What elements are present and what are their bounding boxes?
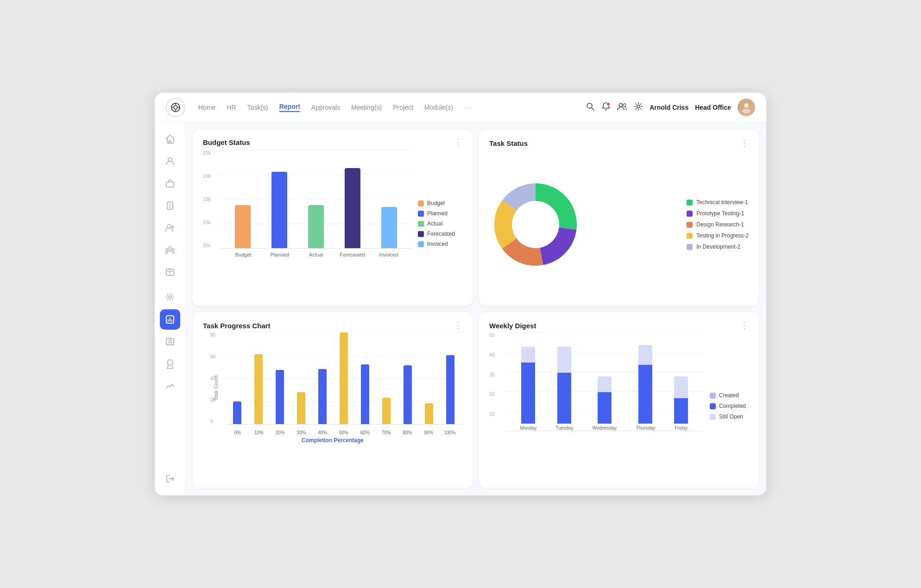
sidebar-item-analytics[interactable] <box>160 376 180 396</box>
settings-icon[interactable] <box>634 102 643 113</box>
sidebar-item-home[interactable] <box>160 129 180 149</box>
svg-point-34 <box>169 340 171 343</box>
sidebar-item-user[interactable] <box>160 151 180 171</box>
avatar[interactable] <box>738 99 755 116</box>
task-progress-x-label: Completion Percentage <box>203 437 462 444</box>
sidebar-item-briefcase[interactable] <box>160 173 180 194</box>
task-progress-title: Task Progress Chart <box>203 322 271 330</box>
nav-right: Arnold Criss Head Office <box>586 99 755 116</box>
svg-point-23 <box>165 249 168 251</box>
legend-actual: Actual <box>418 220 462 227</box>
user-name: Arnold Criss <box>650 104 688 111</box>
search-icon[interactable] <box>586 102 595 113</box>
sidebar-item-contact[interactable] <box>160 332 180 352</box>
legend-invoiced: Invoiced <box>418 241 462 247</box>
legend-tech-interview: Technical interview-1 <box>687 199 749 206</box>
svg-point-1 <box>174 106 177 109</box>
nav-home[interactable]: Home <box>198 104 215 111</box>
sidebar-item-report[interactable] <box>160 309 180 330</box>
nav-report[interactable]: Report <box>279 103 300 112</box>
nav-links: Home HR Task(s) Report Approvals Meeting… <box>198 103 586 112</box>
sidebar-item-table[interactable] <box>160 262 180 282</box>
nav-meetings[interactable]: Meeting(s) <box>351 104 382 111</box>
svg-point-11 <box>744 103 749 108</box>
sidebar-item-invoice[interactable] <box>160 195 180 216</box>
nav-tasks[interactable]: Task(s) <box>247 104 268 111</box>
nav-logo[interactable] <box>166 98 185 117</box>
svg-point-42 <box>512 201 559 248</box>
user-office: Head Office <box>695 104 731 111</box>
legend-in-development: In Development-2 <box>687 244 749 250</box>
legend-prototype: Prototype Testing-1 <box>687 210 749 217</box>
svg-point-12 <box>742 109 751 113</box>
task-status-donut <box>489 178 582 271</box>
sidebar-item-award[interactable] <box>160 354 180 374</box>
legend-created: Created <box>710 392 749 399</box>
legend-testing-progress: Testing in Progress-2 <box>687 232 749 239</box>
task-progress-more-icon[interactable]: ⋮ <box>454 320 462 331</box>
notification-icon[interactable] <box>601 102 611 113</box>
nav-approvals[interactable]: Approvals <box>311 104 340 111</box>
budget-status-card: Budget Status ⋮ 25k20k15k10k05k <box>193 130 473 306</box>
sidebar-item-settings[interactable] <box>160 287 180 307</box>
team-icon[interactable] <box>617 102 627 113</box>
weekly-digest-title: Weekly Digest <box>489 322 536 330</box>
legend-forecasted: Forecasted <box>418 231 462 237</box>
nav-hr[interactable]: HR <box>227 104 236 111</box>
weekly-more-icon[interactable]: ⋮ <box>740 320 749 331</box>
legend-completed: Completed <box>710 403 749 409</box>
budget-status-title: Budget Status <box>203 138 250 146</box>
svg-point-28 <box>169 296 171 299</box>
svg-rect-14 <box>166 182 174 187</box>
task-status-title: Task Status <box>489 139 528 147</box>
svg-point-9 <box>623 104 626 106</box>
legend-planned: Planned <box>418 210 462 217</box>
legend-budget: Budget <box>418 200 462 206</box>
sidebar-item-add-user[interactable] <box>160 218 180 238</box>
svg-point-8 <box>619 103 623 106</box>
task-status-card: Task Status ⋮ <box>479 130 759 306</box>
task-status-more-icon[interactable]: ⋮ <box>740 138 749 148</box>
nav-more[interactable]: ··· <box>464 104 473 111</box>
sidebar-item-team[interactable] <box>160 240 180 260</box>
svg-point-10 <box>637 105 640 108</box>
top-nav: Home HR Task(s) Report Approvals Meeting… <box>155 93 766 122</box>
svg-rect-33 <box>166 338 174 345</box>
svg-point-24 <box>172 249 174 251</box>
task-progress-card: Task Progress Chart ⋮ Task Count 8060402… <box>193 312 473 488</box>
nav-project[interactable]: Project <box>393 104 413 111</box>
legend-design-research: Design Research-1 <box>687 221 749 228</box>
budget-more-icon[interactable]: ⋮ <box>454 138 462 146</box>
nav-module[interactable]: Module(s) <box>424 104 453 111</box>
sidebar <box>155 122 185 495</box>
sidebar-item-logout[interactable] <box>160 469 180 489</box>
svg-line-7 <box>592 107 594 110</box>
content-grid: Budget Status ⋮ 25k20k15k10k05k <box>185 122 766 495</box>
svg-point-22 <box>168 247 171 250</box>
svg-point-35 <box>167 360 173 365</box>
main-layout: Budget Status ⋮ 25k20k15k10k05k <box>155 122 766 495</box>
legend-still-open: Still Open <box>710 413 749 420</box>
weekly-digest-card: Weekly Digest ⋮ 5040302010 <box>479 312 759 488</box>
